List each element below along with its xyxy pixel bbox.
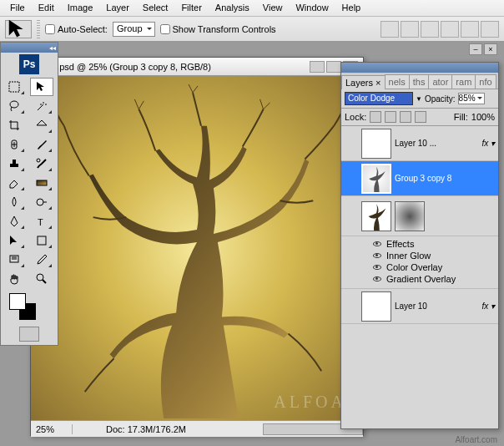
canvas[interactable]: ALFOA [31,76,363,420]
blur-tool[interactable] [3,193,26,211]
document-titlebar[interactable]: _tree.psd @ 25% (Group 3 copy 8, RGB/8) [31,58,363,76]
visibility-toggle[interactable] [343,299,358,314]
lock-pixels[interactable] [385,111,396,123]
layer-thumb[interactable] [361,201,391,231]
svg-text:T: T [38,217,43,227]
align-icon[interactable] [421,21,439,38]
lock-transparency[interactable] [370,111,381,123]
layer-row[interactable] [341,196,498,236]
doc-min-button[interactable] [310,61,325,73]
align-icon[interactable] [381,21,399,38]
auto-select-checkbox[interactable]: Auto-Select: [45,24,108,34]
marquee-tool[interactable] [3,78,26,96]
eraser-tool[interactable] [3,174,26,192]
layer-row-selected[interactable]: Group 3 copy 8 [341,161,498,196]
fx-indicator[interactable]: fx ▾ [481,302,495,311]
menu-filter[interactable]: Filter [174,0,208,16]
layer-row[interactable]: Layer 10 fx ▾ [341,289,498,324]
visibility-toggle[interactable] [343,136,358,151]
effect-item[interactable]: Inner Glow [386,251,431,261]
type-tool[interactable]: T [30,212,53,231]
brush-tool[interactable] [30,135,53,154]
menu-view[interactable]: View [256,0,290,16]
effect-item[interactable]: Gradient Overlay [386,274,456,284]
menu-layer[interactable]: Layer [99,0,136,16]
blend-mode-dropdown[interactable]: Color Dodge [345,92,413,105]
effects-list: Effects Inner Glow Color Overlay Gradien… [341,236,498,289]
hand-tool[interactable] [3,270,26,288]
layer-row[interactable]: Layer 10 ... fx ▾ [341,126,498,161]
menu-edit[interactable]: Edit [32,0,61,16]
layer-thumb[interactable] [361,129,391,159]
show-transform-checkbox[interactable]: Show Transform Controls [160,24,276,34]
shape-tool[interactable] [30,231,53,250]
svg-point-9 [37,274,43,281]
fx-indicator[interactable]: fx ▾ [481,139,495,148]
panel-minimize-button[interactable]: – [469,43,482,55]
tab-info[interactable]: nfo [475,74,496,89]
tab-navigator[interactable]: ator [428,74,452,89]
auto-select-dropdown[interactable]: Group [113,22,155,37]
wand-tool[interactable] [30,97,53,115]
eye-icon[interactable] [373,265,381,270]
effect-item[interactable]: Color Overlay [386,262,442,272]
tab-channels[interactable]: nels [385,74,410,89]
tab-histogram[interactable]: ram [451,74,476,89]
move-tool[interactable] [30,78,53,96]
layer-name[interactable]: Layer 10 [395,302,481,311]
menu-help[interactable]: Help [335,0,368,16]
toolbox: ◂◂ Ps T [0,42,58,346]
panel-close-button[interactable]: × [484,43,497,55]
doc-max-button[interactable] [326,61,341,73]
toolbox-header[interactable]: ◂◂ [1,43,58,53]
align-icon[interactable] [401,21,419,38]
color-swatches[interactable] [1,290,58,323]
history-brush-tool[interactable] [30,155,53,173]
eyedropper-tool[interactable] [30,251,53,269]
pen-tool[interactable] [3,212,26,231]
layer-name[interactable]: Group 3 copy 8 [395,174,496,183]
path-select-tool[interactable] [3,231,26,250]
align-icon[interactable] [461,21,479,38]
zoom-tool[interactable] [30,270,53,288]
svg-rect-0 [9,82,19,92]
opacity-field[interactable]: 85% [458,93,485,104]
visibility-toggle[interactable] [343,171,358,186]
move-tool-preset[interactable] [5,20,32,38]
panel-header[interactable] [341,63,498,73]
notes-tool[interactable] [3,251,26,269]
show-transform-input[interactable] [160,24,170,34]
menu-file[interactable]: File [3,0,32,16]
menu-window[interactable]: Window [289,0,335,16]
tab-paths[interactable]: ths [409,74,430,89]
stamp-tool[interactable] [3,155,26,173]
layer-mask-thumb[interactable] [395,201,425,231]
eye-icon[interactable] [373,253,381,258]
crop-tool[interactable] [3,116,26,134]
menu-image[interactable]: Image [61,0,100,16]
layer-name[interactable]: Layer 10 ... [395,139,481,148]
zoom-level[interactable]: 25% [31,424,73,434]
tab-layers[interactable]: Layers × [341,75,386,89]
menu-select[interactable]: Select [136,0,175,16]
fill-field[interactable]: 100% [471,112,495,122]
layer-thumb[interactable] [361,291,391,322]
lasso-tool[interactable] [3,97,26,115]
align-icon[interactable] [441,21,459,38]
lock-position[interactable] [400,111,411,123]
slice-tool[interactable] [30,116,53,134]
foreground-swatch[interactable] [9,293,26,310]
eye-icon[interactable] [373,241,381,246]
quickmask-toggle[interactable] [19,327,39,342]
visibility-toggle[interactable] [343,209,358,224]
align-icon[interactable] [481,21,499,38]
eye-icon[interactable] [373,276,381,281]
auto-select-input[interactable] [45,24,55,34]
gradient-tool[interactable] [30,174,53,192]
lock-all[interactable] [415,111,426,123]
svg-point-1 [10,101,18,108]
heal-tool[interactable] [3,135,26,154]
menu-analysis[interactable]: Analysis [209,0,256,16]
layer-thumb[interactable] [361,164,391,194]
dodge-tool[interactable] [30,193,53,211]
